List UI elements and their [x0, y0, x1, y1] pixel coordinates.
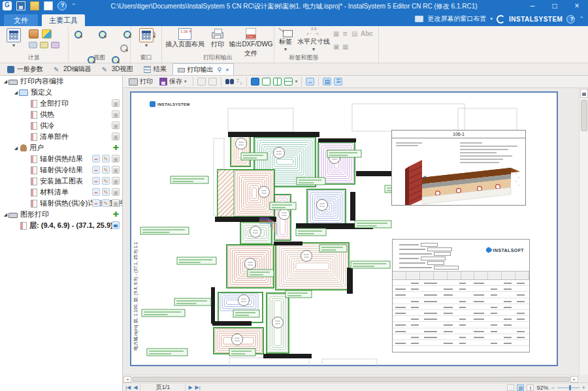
window-edit-button[interactable]: ▾ [137, 28, 156, 50]
dropdown-caret-icon[interactable]: ▾ [490, 16, 493, 22]
expand-icon[interactable]: ◢ [13, 146, 19, 151]
fit-page-view-icon[interactable]: ▤ [517, 384, 524, 391]
print-action-icon[interactable] [112, 221, 120, 229]
page-setup-icon[interactable] [208, 78, 217, 86]
calc-opt1-icon[interactable] [29, 42, 37, 48]
copy-action-icon[interactable]: ▣ [112, 166, 120, 174]
horizontal-scroll-thumb[interactable] [132, 377, 570, 382]
tree-item-9[interactable]: 安装施工图表−✎▣ [0, 176, 122, 187]
image-icon[interactable]: ▦ [333, 30, 339, 37]
copy-action-icon[interactable]: ▣ [112, 155, 120, 163]
zoom-slider[interactable] [557, 387, 580, 388]
materials-icon[interactable] [29, 29, 39, 39]
canvas-save-button[interactable]: 保存 ▾ [157, 76, 189, 87]
first-page-button[interactable]: |◀ [125, 384, 131, 390]
close-button[interactable]: × [566, 0, 588, 14]
tree-item-10[interactable]: 材料清单−✎▣ [0, 187, 122, 198]
zoom-out-icon[interactable] [98, 30, 106, 39]
tree-item-3[interactable]: 供热▣ [0, 109, 122, 120]
tab-file[interactable]: 文件 [4, 14, 38, 26]
copy-action-icon[interactable]: ▣ [112, 110, 120, 118]
fit-width-toggle[interactable] [306, 78, 314, 86]
print-preview-viewport[interactable]: INSTALSYSTEM 电力城.isproj 层, 1:100, 层: (9.… [123, 88, 579, 375]
copy-action-icon[interactable]: ▣ [112, 133, 120, 140]
pan-icon[interactable] [120, 44, 128, 52]
tree-item-1[interactable]: ◢预定义 [0, 87, 122, 98]
copy-action-icon[interactable]: ▣ [112, 188, 120, 196]
copy-action-icon[interactable]: ▣ [112, 99, 120, 107]
edit-action-icon[interactable]: ✎ [102, 199, 110, 207]
copy-action-icon[interactable]: ▣ [112, 177, 120, 185]
zoom-in-button[interactable]: + [582, 384, 585, 391]
multi-page-view-icon[interactable]: ⫴ [527, 384, 534, 391]
tree-item-5[interactable]: 清单部件▣ [0, 131, 122, 142]
tree-item-2[interactable]: 全部打印▣ [0, 98, 122, 109]
single-page-icon[interactable] [262, 78, 270, 86]
edit-action-icon[interactable]: ✎ [102, 188, 110, 196]
del-action-icon[interactable]: − [92, 199, 100, 207]
tree-item-6[interactable]: ◢用户✚ [0, 142, 122, 153]
canvas-print-button[interactable]: 打印 [127, 76, 155, 87]
contents-toggle[interactable] [334, 78, 342, 86]
copy-page-icon[interactable] [197, 78, 206, 86]
tab-main-tools[interactable]: 主要工具 [42, 14, 85, 26]
table-icon[interactable]: ▤ [351, 30, 357, 37]
expand-icon[interactable]: ◢ [3, 212, 8, 217]
del-action-icon[interactable]: − [92, 166, 100, 174]
print-button[interactable]: 打印 [206, 28, 229, 49]
vertical-scrollbar[interactable] [579, 88, 588, 375]
fullscreen-preview-icon[interactable] [251, 78, 259, 86]
view-tab-2[interactable]: 3D视图 [97, 63, 138, 75]
tree-item-0[interactable]: ◢打印内容编排 [0, 76, 122, 87]
tree-item-11[interactable]: 辐射供热(供冷)详细计算书−✎▣ [0, 198, 122, 209]
pin-icon[interactable]: ⚲ [218, 67, 222, 73]
calc-opt2-icon[interactable] [40, 42, 48, 48]
minimize-button[interactable]: – [521, 0, 544, 14]
view-tab-0[interactable]: 一般参数 [3, 63, 48, 75]
edit-action-icon[interactable]: ✎ [102, 155, 110, 163]
grid-icon[interactable]: ▦ [342, 43, 348, 50]
two-page-icon[interactable] [273, 78, 282, 86]
note-icon[interactable]: ▣ [333, 43, 339, 50]
find-icon[interactable] [225, 78, 234, 86]
calc-opt3-icon[interactable] [51, 42, 59, 48]
add-action-icon[interactable]: ✚ [112, 210, 120, 218]
align-icon[interactable]: ≣ [342, 30, 348, 37]
collapse-ribbon-icon[interactable]: ⌃ [579, 16, 584, 22]
copy-action-icon[interactable]: ▣ [112, 121, 120, 129]
abc-text-icon[interactable]: Abc [361, 30, 373, 37]
vertical-scroll-thumb[interactable] [581, 100, 587, 131]
one-page-view-icon[interactable]: □ [507, 384, 514, 391]
scroll-print-button[interactable] [580, 89, 588, 98]
horizontal-dim-button[interactable]: 水平尺寸线 ▾ [297, 28, 331, 52]
zoom-all-icon[interactable] [123, 30, 131, 39]
view-tab-3[interactable]: 结果 [139, 63, 171, 75]
copy-action-icon[interactable]: ▣ [112, 199, 120, 207]
edit-action-icon[interactable]: ✎ [102, 177, 110, 185]
del-action-icon[interactable]: − [92, 177, 100, 185]
del-action-icon[interactable]: − [92, 188, 100, 196]
3d-calc-icon[interactable] [42, 29, 52, 39]
thumbnails-toggle[interactable] [323, 78, 331, 86]
zoom-out-button[interactable]: − [551, 384, 554, 391]
insert-page-layout-button[interactable]: 插入页面布局 [165, 28, 205, 49]
ribbon-help-icon[interactable] [566, 15, 575, 23]
zoom-in-icon[interactable] [74, 30, 82, 39]
expand-icon[interactable]: ◢ [3, 79, 8, 84]
scroll-left-arrow[interactable]: ◂ [123, 376, 131, 383]
next-page-button[interactable]: ▶ [188, 384, 192, 390]
add-action-icon[interactable]: ✚ [112, 144, 120, 151]
horizontal-scrollbar[interactable]: ◂ ▸ [123, 375, 579, 383]
last-page-button[interactable]: ▶| [195, 384, 201, 390]
tree-item-7[interactable]: 辐射供热结果−✎▣ [0, 153, 122, 164]
tree-item-12[interactable]: ◢图形打印✚ [0, 209, 122, 220]
tree-item-8[interactable]: 辐射供冷结果−✎▣ [0, 164, 122, 176]
label-button[interactable]: 标签 ▾ [276, 28, 295, 52]
tree-item-4[interactable]: 供冷▣ [0, 120, 122, 131]
edit-action-icon[interactable]: ✎ [102, 166, 110, 174]
text-settings-icon[interactable]: Tx [237, 78, 242, 86]
tree-item-13[interactable]: 层: (9.4, 6.9) - (37.1, 25.9) [0, 220, 122, 231]
multi-page-icon[interactable] [284, 78, 293, 86]
maximize-button[interactable]: □ [544, 0, 566, 14]
zoom-slider-thumb[interactable] [569, 385, 571, 390]
